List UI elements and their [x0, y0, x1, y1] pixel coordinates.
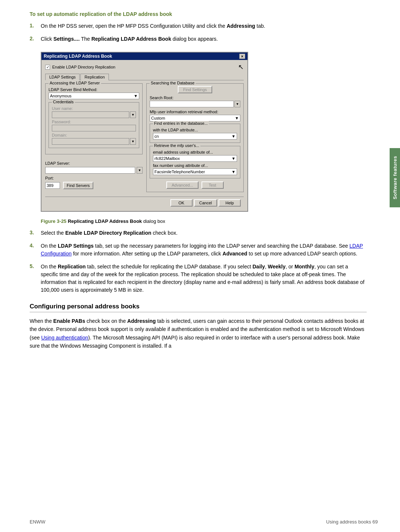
email-attr-value: rfc822Mailbox	[154, 156, 180, 161]
port-label: Port:	[45, 176, 143, 180]
domain-label: Domain:	[52, 133, 136, 137]
find-settings-button[interactable]: Find Settings	[178, 86, 212, 93]
step-3: 3. Select the Enable LDAP Directory Repl…	[30, 229, 367, 237]
dialog-title: Replicating LDAP Address Book	[44, 54, 112, 59]
port-input[interactable]	[45, 182, 60, 189]
fax-attr-row: FacsimileTelephoneNumber ▼	[153, 168, 237, 175]
test-button[interactable]: Test	[201, 181, 224, 189]
step-1: 1. On the HP DSS server, open the HP MFP…	[30, 22, 367, 30]
enable-checkbox-left: ✓ Enable LDAP Directory Replication	[45, 65, 115, 70]
section-heading: To set up automatic replication of the L…	[30, 11, 367, 17]
help-button[interactable]: Help	[219, 199, 241, 207]
steps-list: 1. On the HP DSS server, open the HP MFP…	[30, 22, 367, 43]
footer-left: ENWW	[30, 519, 46, 525]
step-2: 2. Click Settings.... The Replicating LD…	[30, 35, 367, 43]
step-2-text: Click Settings.... The Replicating LDAP …	[41, 35, 367, 43]
step-5: 5. On the Replication tab, select the sc…	[30, 263, 367, 294]
step-2-number: 2.	[30, 35, 41, 41]
domain-input[interactable]	[52, 138, 129, 145]
step-5-text: On the Replication tab, select the sched…	[41, 263, 367, 294]
figure-label: Figure 3-25	[41, 218, 66, 224]
using-auth-link[interactable]: Using authentication	[41, 335, 88, 341]
figure-text: Replicating LDAP Address Book	[68, 218, 142, 224]
find-servers-button[interactable]: Find Servers	[63, 182, 93, 189]
ldap-server-row: ▼	[45, 167, 143, 174]
dialog-close-button[interactable]: ×	[239, 54, 245, 59]
email-attr-dropdown-icon: ▼	[231, 156, 236, 161]
continued-steps-list: 3. Select the Enable LDAP Directory Repl…	[30, 229, 367, 294]
accessing-group-title: Accessing the LDAP Server	[49, 81, 101, 85]
accessing-group: Accessing the LDAP Server LDAP Server Bi…	[45, 83, 143, 154]
enable-checkbox-row: ✓ Enable LDAP Directory Replication ↖	[45, 63, 244, 71]
ldap-attr-row: cn ▼	[153, 133, 237, 140]
step-3-text: Select the Enable LDAP Directory Replica…	[41, 229, 367, 237]
dialog-wrapper: Replicating LDAP Address Book × ✓ Enable…	[41, 52, 248, 212]
cursor-icon: ↖	[238, 63, 244, 71]
step-1-text: On the HP DSS server, open the HP MFP DS…	[41, 22, 367, 30]
password-input[interactable]	[52, 125, 136, 131]
advanced-button[interactable]: Advanced...	[166, 181, 198, 189]
email-attr-label: email address using attribute of...	[153, 150, 237, 154]
find-settings-wrapper: Find Settings	[150, 86, 240, 93]
fax-attr-dropdown-icon: ▼	[231, 170, 236, 174]
tab-replication[interactable]: Replication	[80, 74, 109, 80]
dialog-bottom-row: OK Cancel Help	[45, 197, 244, 208]
dialog-columns: Accessing the LDAP Server LDAP Server Bi…	[45, 83, 244, 195]
search-root-input[interactable]	[150, 101, 234, 107]
credentials-title: Credentials	[52, 100, 75, 104]
enable-ldap-checkbox[interactable]: ✓	[45, 65, 50, 70]
bind-method-label: LDAP Server Bind Method:	[49, 87, 139, 92]
retrieve-title: Retrieve the mfp user's...	[153, 143, 200, 148]
find-entries-title: Find entries in the database...	[153, 121, 209, 126]
step-4-number: 4.	[30, 242, 41, 248]
email-attr-row: rfc822Mailbox ▼	[153, 155, 237, 162]
username-input[interactable]	[52, 111, 129, 118]
find-entries-group: Find entries in the database... with the…	[150, 124, 240, 143]
ok-button[interactable]: OK	[170, 199, 193, 207]
mfp-method-value: Custom	[151, 116, 165, 120]
dialog-box: Replicating LDAP Address Book × ✓ Enable…	[41, 52, 248, 212]
search-root-dropdown[interactable]: ▼	[234, 101, 240, 107]
searching-group: Searching the Database Find Settings Sea…	[146, 83, 244, 192]
step-3-number: 3.	[30, 229, 41, 235]
dialog-title-bar: Replicating LDAP Address Book ×	[41, 53, 247, 60]
figure-caption: Figure 3-25 Replicating LDAP Address Boo…	[41, 218, 367, 224]
fax-attr-value: FacsimileTelephoneNumber	[154, 170, 205, 174]
step-4-text: On the LDAP Settings tab, set up the nec…	[41, 242, 367, 258]
ldap-attr-dropdown-icon: ▼	[231, 134, 236, 138]
figure-suffix: dialog box	[143, 218, 165, 224]
mfp-method-label: Mfp user information retrieval method:	[150, 110, 240, 114]
main-content: To set up automatic replication of the L…	[0, 0, 389, 369]
tab-ldap-settings[interactable]: LDAP Settings	[45, 74, 80, 80]
right-column: Searching the Database Find Settings Sea…	[146, 83, 244, 195]
search-root-row: ▼	[150, 101, 240, 107]
username-label: User name:	[52, 106, 136, 111]
cancel-button[interactable]: Cancel	[194, 199, 217, 207]
password-row	[52, 125, 136, 131]
fax-attr-select[interactable]: FacsimileTelephoneNumber ▼	[153, 168, 237, 175]
password-label: Password:	[52, 120, 136, 124]
retrieve-group: Retrieve the mfp user's... email address…	[150, 146, 240, 178]
email-attr-select[interactable]: rfc822Mailbox ▼	[153, 155, 237, 162]
body-paragraph: When the Enable PABs check box on the Ad…	[30, 317, 367, 350]
ldap-attr-value: cn	[154, 134, 159, 138]
bind-method-value: Anonymous	[50, 94, 71, 98]
fax-attr-label: fax number using attribute of...	[153, 163, 237, 168]
domain-dropdown-btn[interactable]: ▼	[130, 138, 136, 145]
username-dropdown-btn[interactable]: ▼	[130, 111, 136, 118]
ldap-server-input[interactable]	[45, 167, 135, 174]
configuring-section-title: Configuring personal address books	[30, 303, 367, 312]
page-footer: ENWW Using address books 69	[30, 519, 378, 525]
ldap-attr-select[interactable]: cn ▼	[153, 133, 237, 140]
step-5-number: 5.	[30, 263, 41, 269]
ldap-server-dropdown[interactable]: ▼	[137, 167, 143, 174]
bind-method-select[interactable]: Anonymous ▼	[49, 93, 139, 99]
advanced-test-row: Advanced... Test	[150, 181, 240, 189]
mfp-method-row: Custom ▼	[150, 115, 240, 121]
credentials-group: Credentials User name: ▼ Password:	[49, 102, 139, 148]
mfp-method-select[interactable]: Custom ▼	[150, 115, 240, 121]
dialog-tabs: LDAP Settings Replication	[45, 73, 244, 80]
port-find-row: Find Servers	[45, 182, 143, 189]
ldap-attr-label: with the LDAP attribute...	[153, 128, 237, 132]
step-4: 4. On the LDAP Settings tab, set up the …	[30, 242, 367, 258]
